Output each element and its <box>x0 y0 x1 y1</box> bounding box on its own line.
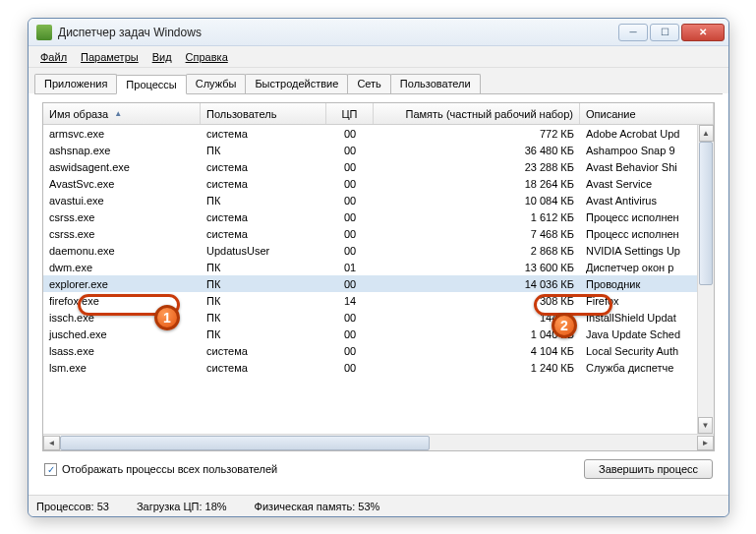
col-cpu[interactable]: ЦП <box>326 103 374 124</box>
checkbox-icon: ✓ <box>44 463 57 476</box>
cell: 00 <box>326 311 374 325</box>
table-row[interactable]: dwm.exeПК0113 600 КБДиспетчер окон р <box>43 259 714 275</box>
tab-users[interactable]: Пользователи <box>390 74 481 93</box>
process-list: Имя образа▲ Пользователь ЦП Память (част… <box>42 102 715 451</box>
show-all-users-checkbox[interactable]: ✓ Отображать процессы всех пользователей <box>44 463 277 476</box>
cell: ПК <box>201 327 326 341</box>
table-row[interactable]: explorer.exeПК0014 036 КБПроводник <box>43 275 714 292</box>
vertical-scrollbar[interactable]: ▲ ▼ <box>697 125 714 434</box>
cell: ПК <box>201 194 326 208</box>
cell: 1 240 КБ <box>374 361 580 375</box>
status-processes: Процессов: 53 <box>36 501 109 512</box>
cell: InstallShield Updat <box>580 311 714 325</box>
tab-content: Имя образа▲ Пользователь ЦП Память (част… <box>34 93 723 489</box>
status-memory: Физическая память: 53% <box>255 501 380 512</box>
close-button[interactable]: ✕ <box>681 24 725 41</box>
col-image-name[interactable]: Имя образа▲ <box>43 103 201 124</box>
cell: система <box>201 210 326 224</box>
cell: система <box>201 361 326 375</box>
cell: 4 104 КБ <box>374 344 580 358</box>
cell: 1 040 КБ <box>374 327 580 341</box>
cell: 00 <box>326 361 374 375</box>
maximize-button[interactable]: ☐ <box>650 24 679 41</box>
col-memory[interactable]: Память (частный рабочий набор) <box>374 103 580 124</box>
table-row[interactable]: AvastSvc.exeсистема0018 264 КБAvast Serv… <box>43 175 714 192</box>
cell: 00 <box>326 227 374 241</box>
tab-services[interactable]: Службы <box>186 74 247 93</box>
table-row[interactable]: daemonu.exeUpdatusUser002 868 КБNVIDIA S… <box>43 242 714 259</box>
cell: avastui.exe <box>43 194 201 208</box>
cell: daemonu.exe <box>43 244 201 258</box>
table-row[interactable]: csrss.exeсистема001 612 КБПроцесс исполн… <box>43 208 714 225</box>
cell: UpdatusUser <box>201 244 326 258</box>
cell: armsvc.exe <box>43 127 201 141</box>
menu-help[interactable]: Справка <box>180 49 234 65</box>
tab-performance[interactable]: Быстродействие <box>245 74 348 93</box>
cell: 00 <box>326 127 374 141</box>
table-row[interactable]: lsm.exeсистема001 240 КБСлужба диспетче <box>43 359 714 376</box>
col-description[interactable]: Описание <box>580 103 714 124</box>
cell: aswidsagent.exe <box>43 160 201 174</box>
table-row[interactable]: armsvc.exeсистема00772 КБAdobe Acrobat U… <box>43 125 714 142</box>
menu-view[interactable]: Вид <box>146 49 178 65</box>
cell: 14 <box>326 294 374 308</box>
cell: 13 600 КБ <box>374 261 580 274</box>
menu-file[interactable]: Файл <box>34 49 73 65</box>
cell: csrss.exe <box>43 227 201 241</box>
cell: ПК <box>201 311 326 325</box>
horizontal-scrollbar[interactable]: ◄ ► <box>43 434 714 450</box>
cell: система <box>201 344 326 358</box>
scroll-right-button[interactable]: ► <box>697 436 714 450</box>
cell: 2 868 КБ <box>374 244 580 258</box>
cell: 00 <box>326 344 374 358</box>
checkbox-label: Отображать процессы всех пользователей <box>62 463 277 475</box>
vscroll-thumb[interactable] <box>699 142 713 285</box>
table-row[interactable]: aswidsagent.exeсистема0023 288 КБAvast B… <box>43 158 714 175</box>
table-row[interactable]: jusched.exeПК001 040 КБJava Update Sched <box>43 326 714 342</box>
titlebar[interactable]: Диспетчер задач Windows ─ ☐ ✕ <box>29 19 728 46</box>
cell: ПК <box>201 294 326 308</box>
cell: Java Update Sched <box>580 327 714 341</box>
window-title: Диспетчер задач Windows <box>58 26 616 39</box>
column-headers: Имя образа▲ Пользователь ЦП Память (част… <box>43 103 714 125</box>
table-row[interactable]: csrss.exeсистема007 468 КБПроцесс исполн… <box>43 225 714 242</box>
cell: 772 КБ <box>374 127 580 141</box>
col-user[interactable]: Пользователь <box>201 103 326 124</box>
cell: ПК <box>201 144 326 157</box>
tab-network[interactable]: Сеть <box>347 74 390 93</box>
cell: 18 264 КБ <box>374 177 580 191</box>
cell: Adobe Acrobat Upd <box>580 127 714 141</box>
cell: Local Security Auth <box>580 344 714 358</box>
hscroll-thumb[interactable] <box>60 436 430 450</box>
cell: Avast Behavior Shi <box>580 160 714 174</box>
task-manager-window: Диспетчер задач Windows ─ ☐ ✕ Файл Парам… <box>28 18 729 517</box>
scroll-left-button[interactable]: ◄ <box>43 436 60 450</box>
cell: Firefox <box>580 294 714 308</box>
menu-options[interactable]: Параметры <box>75 49 145 65</box>
table-row[interactable]: firefox.exeПК14308 КБFirefox <box>43 292 714 309</box>
cell: Ashampoo Snap 9 <box>580 144 714 157</box>
annotation-badge-2: 2 <box>552 313 577 338</box>
cell: 1 612 КБ <box>374 210 580 224</box>
scroll-down-button[interactable]: ▼ <box>698 417 713 434</box>
cell: firefox.exe <box>43 294 201 308</box>
cell: Процесс исполнен <box>580 227 714 241</box>
table-row[interactable]: ashsnap.exeПК0036 480 КБAshampoo Snap 9 <box>43 142 714 158</box>
cell: система <box>201 177 326 191</box>
table-row[interactable]: issch.exeПК00144 КБInstallShield Updat <box>43 309 714 326</box>
process-rows: armsvc.exeсистема00772 КБAdobe Acrobat U… <box>43 125 714 434</box>
menubar: Файл Параметры Вид Справка <box>29 46 728 68</box>
table-row[interactable]: lsass.exeсистема004 104 КБLocal Security… <box>43 342 714 359</box>
end-process-button[interactable]: Завершить процесс <box>584 459 713 479</box>
tab-processes[interactable]: Процессы <box>116 75 186 94</box>
cell: csrss.exe <box>43 210 201 224</box>
cell: 00 <box>326 144 374 157</box>
scroll-up-button[interactable]: ▲ <box>699 125 714 142</box>
tab-applications[interactable]: Приложения <box>34 74 117 93</box>
minimize-button[interactable]: ─ <box>618 24 648 41</box>
table-row[interactable]: avastui.exeПК0010 084 КБAvast Antivirus <box>43 192 714 208</box>
cell: 14 036 КБ <box>374 277 580 291</box>
app-icon <box>36 25 52 40</box>
statusbar: Процессов: 53 Загрузка ЦП: 18% Физическа… <box>29 495 728 516</box>
cell: 00 <box>326 244 374 258</box>
